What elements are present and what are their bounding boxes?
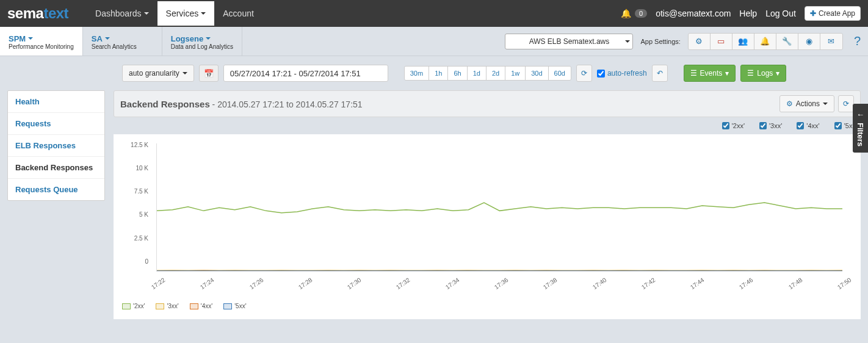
range-30m[interactable]: 30m xyxy=(405,67,429,80)
chevron-down-icon xyxy=(625,40,630,43)
series-checkbox[interactable] xyxy=(722,122,729,129)
gear-icon: ⚙ xyxy=(786,99,793,108)
panel-header: Backend Responses - 2014.05.27 17:21 to … xyxy=(114,90,861,117)
events-button[interactable]: ☰ Events ▾ xyxy=(684,65,736,82)
card-icon[interactable]: ▭ xyxy=(711,34,732,49)
actions-dropdown[interactable]: ⚙ Actions xyxy=(779,95,834,112)
dashboard-icon[interactable]: ◉ xyxy=(798,34,820,49)
subnav-tab-spm[interactable]: SPM Performance Monitoring xyxy=(0,27,83,56)
mail-icon[interactable]: ✉ xyxy=(820,34,842,49)
range-1h[interactable]: 1h xyxy=(429,67,448,80)
y-tick-label: 0 xyxy=(145,258,148,264)
series-toggles: '2xx''3xx''4xx''5xx' xyxy=(114,117,861,134)
series-checkbox[interactable] xyxy=(797,122,804,129)
chevron-down-icon xyxy=(144,12,149,15)
help-link[interactable]: Help xyxy=(739,9,757,18)
series-label: '4xx' xyxy=(806,122,819,129)
chevron-down-icon xyxy=(183,72,187,74)
topnav-item-dashboards[interactable]: Dashboards xyxy=(87,1,157,26)
legend-swatch xyxy=(223,303,232,309)
notifications[interactable]: 🔔 0 xyxy=(621,9,647,18)
topnav-item-services[interactable]: Services xyxy=(157,1,215,26)
topnav-item-account[interactable]: Account xyxy=(214,1,262,26)
undo-button[interactable]: ↶ xyxy=(652,65,668,82)
auto-refresh-toggle[interactable]: auto-refresh xyxy=(597,69,647,78)
plot-area xyxy=(156,143,842,272)
calendar-button[interactable]: 📅 xyxy=(199,65,219,82)
x-tick-label: 17:30 xyxy=(346,276,363,291)
panel-title-range: - 2014.05.27 17:21 to 2014.05.27 17:51 xyxy=(210,99,363,109)
subnav-subtitle: Performance Monitoring xyxy=(9,43,74,50)
logo-part2: text xyxy=(43,5,68,21)
range-30d[interactable]: 30d xyxy=(526,67,548,80)
legend-label: '3xx' xyxy=(167,303,178,309)
x-tick-label: 17:38 xyxy=(542,276,559,291)
chart: 02.5 K5 K7.5 K10 K12.5 K 17:2217:2417:26… xyxy=(120,140,855,299)
create-app-button[interactable]: ✚ Create App xyxy=(805,6,861,21)
range-2d[interactable]: 2d xyxy=(486,67,505,80)
sidebar-item-requests-queue[interactable]: Requests Queue xyxy=(8,179,104,200)
y-tick-label: 5 K xyxy=(139,211,148,218)
legend-item-2xx: '2xx' xyxy=(122,303,145,309)
sidebar-item-health[interactable]: Health xyxy=(8,91,104,113)
y-tick-label: 10 K xyxy=(136,165,148,172)
users-icon[interactable]: 👥 xyxy=(732,34,754,49)
create-app-label: Create App xyxy=(819,9,855,18)
legend-swatch xyxy=(190,303,198,309)
app-settings-buttons: ⚙ ▭ 👥 🔔 🔧 ◉ ✉ xyxy=(688,33,843,50)
series-checkbox[interactable] xyxy=(834,122,842,129)
topnav-label: Services xyxy=(166,9,199,18)
auto-refresh-checkbox[interactable] xyxy=(597,70,605,78)
legend-swatch xyxy=(156,303,164,309)
range-6h[interactable]: 6h xyxy=(448,67,467,80)
content: Backend Responses - 2014.05.27 17:21 to … xyxy=(114,90,861,319)
y-tick-label: 7.5 K xyxy=(134,188,148,195)
app-selector[interactable]: AWS ELB Sematext.aws xyxy=(505,34,633,49)
y-tick-label: 12.5 K xyxy=(131,141,148,148)
toolbar: auto granularity 📅 05/27/2014 17:21 - 05… xyxy=(0,56,868,90)
panel-title-text: Backend Responses xyxy=(120,99,210,109)
legend-item-4xx: '4xx' xyxy=(190,303,212,309)
main-area: HealthRequestsELB ResponsesBackend Respo… xyxy=(0,90,868,327)
sidebar-item-elb-responses[interactable]: ELB Responses xyxy=(8,135,104,157)
refresh-icon: ⟳ xyxy=(843,99,849,108)
date-range-input[interactable]: 05/27/2014 17:21 - 05/27/2014 17:51 xyxy=(223,65,388,82)
filters-tab[interactable]: ← Filters xyxy=(853,104,868,153)
chevron-down-icon: ▾ xyxy=(725,69,729,78)
series-toggle-4xx[interactable]: '4xx' xyxy=(797,122,819,129)
bell-settings-icon[interactable]: 🔔 xyxy=(754,34,776,49)
refresh-button[interactable]: ⟳ xyxy=(576,65,592,82)
range-1w[interactable]: 1w xyxy=(505,67,526,80)
chart-container: 02.5 K5 K7.5 K10 K12.5 K 17:2217:2417:26… xyxy=(114,134,861,319)
app-settings-label: App Settings: xyxy=(640,38,680,45)
arrow-left-icon: ← xyxy=(856,110,864,119)
chevron-down-icon xyxy=(201,12,206,15)
legend-label: '4xx' xyxy=(201,303,212,309)
subnav-title: Logsene xyxy=(171,34,233,43)
sub-navbar: SPM Performance MonitoringSA Search Anal… xyxy=(0,27,868,56)
range-1d[interactable]: 1d xyxy=(468,67,486,80)
wrench-icon[interactable]: 🔧 xyxy=(776,34,798,49)
sidebar-item-requests[interactable]: Requests xyxy=(8,113,104,135)
chevron-down-icon xyxy=(823,103,828,105)
sidebar-item-backend-responses[interactable]: Backend Responses xyxy=(8,157,104,179)
range-60d[interactable]: 60d xyxy=(549,67,571,80)
x-tick-label: 17:50 xyxy=(836,276,853,291)
auto-refresh-label: auto-refresh xyxy=(607,69,647,78)
gear-icon[interactable]: ⚙ xyxy=(689,34,711,49)
series-toggle-3xx[interactable]: '3xx' xyxy=(759,122,782,129)
series-toggle-2xx[interactable]: '2xx' xyxy=(722,122,745,129)
x-tick-label: 17:28 xyxy=(297,276,314,291)
panel-refresh-button[interactable]: ⟳ xyxy=(838,95,854,112)
subnav-tab-sa[interactable]: SA Search Analytics xyxy=(83,27,162,56)
logout-link[interactable]: Log Out xyxy=(765,9,796,18)
series-label: '2xx' xyxy=(732,122,745,129)
subnav-tab-logsene[interactable]: Logsene Data and Log Analytics xyxy=(162,27,242,56)
logs-button[interactable]: ☰ Logs ▾ xyxy=(740,65,786,82)
x-tick-label: 17:42 xyxy=(640,276,657,291)
granularity-select[interactable]: auto granularity xyxy=(122,65,194,82)
help-icon[interactable]: ? xyxy=(854,34,861,48)
user-email[interactable]: otis@sematext.com xyxy=(656,9,731,18)
chevron-down-icon xyxy=(28,37,33,40)
series-checkbox[interactable] xyxy=(759,122,767,129)
